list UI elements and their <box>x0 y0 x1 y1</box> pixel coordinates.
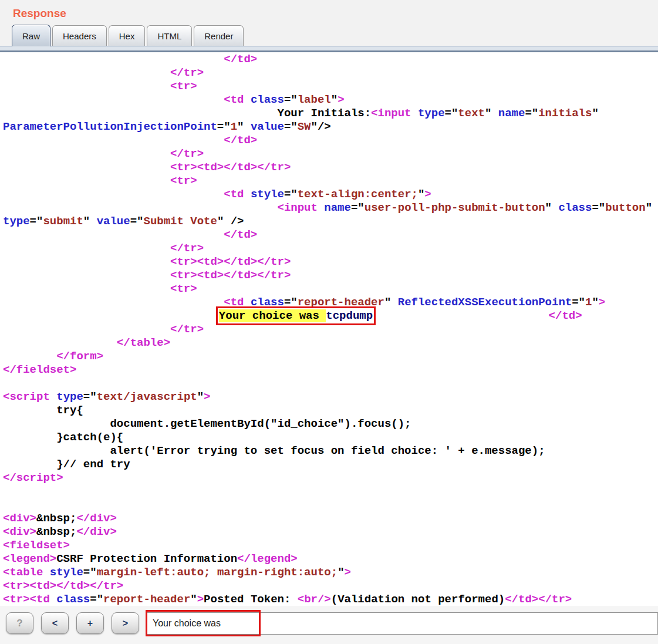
code-line: <fieldset> <box>3 539 658 552</box>
code-line: alert('Error trying to set focus on fiel… <box>3 444 658 458</box>
search-input[interactable] <box>147 612 658 635</box>
tab-hex[interactable]: Hex <box>109 25 146 46</box>
code-line: }// end try <box>3 458 658 471</box>
code-line: <script type="text/javascript"> <box>3 390 658 404</box>
code-line: document.getElementById("id_choice").foc… <box>3 417 658 431</box>
code-line <box>3 377 658 390</box>
next-match-button[interactable]: > <box>112 612 139 634</box>
code-line: <div>&nbsp;</div> <box>3 525 658 539</box>
code-line: </fieldset> <box>3 363 658 377</box>
code-line: </td> <box>3 53 658 66</box>
code-line: <tr> <box>3 80 658 93</box>
code-line <box>3 485 658 498</box>
code-line: <tr> <box>3 282 658 296</box>
code-line: </td> <box>3 134 658 147</box>
code-line: Your choice was tcpdump </td> <box>3 309 658 323</box>
code-line: </tr> <box>3 66 658 80</box>
code-line: <tr><td></td></tr> <box>3 161 658 174</box>
code-line: <tr><td></td></tr> <box>3 255 658 269</box>
code-line: <table style="margin-left:auto; margin-r… <box>3 566 658 579</box>
code-line: <td style="text-align:center;"> <box>3 188 658 201</box>
code-line: <div>&nbsp;</div> <box>3 512 658 525</box>
help-button[interactable]: ? <box>6 612 33 634</box>
code-line: </script> <box>3 471 658 485</box>
code-line: </tr> <box>3 242 658 255</box>
code-line: <tr><td class="report-header">Posted Tok… <box>3 593 658 606</box>
code-line: </td> <box>3 228 658 242</box>
code-annotation-box: Your choice was tcpdump <box>216 306 376 325</box>
tab-bar: RawHeadersHexHTMLRender <box>0 23 658 46</box>
code-line: <tr><td></td></tr> <box>3 579 658 593</box>
search-bar: ?<+> <box>0 606 658 644</box>
tab-raw[interactable]: Raw <box>12 25 50 46</box>
code-line <box>3 498 658 512</box>
code-line: <legend>CSRF Protection Information</leg… <box>3 552 658 566</box>
previous-match-button[interactable]: < <box>41 612 69 634</box>
code-line: </table> <box>3 336 658 350</box>
tab-html[interactable]: HTML <box>147 25 192 46</box>
code-line: </form> <box>3 350 658 363</box>
tab-render[interactable]: Render <box>194 25 244 46</box>
code-line: type="submit" value="Submit Vote" /> <box>3 215 658 228</box>
code-line: }catch(e){ <box>3 431 658 444</box>
code-line: Your Initials:<input type="text" name="i… <box>3 107 658 120</box>
code-line: ParameterPollutionInjectionPoint="1" val… <box>3 120 658 134</box>
code-line: <td class="label"> <box>3 93 658 107</box>
search-field-wrap <box>147 612 658 635</box>
code-line: </tr> <box>3 147 658 161</box>
panel-title: Response <box>0 0 658 23</box>
code-line: <tr> <box>3 174 658 188</box>
tab-headers[interactable]: Headers <box>52 25 107 46</box>
response-body[interactable]: </td> </tr> <tr> <td class="label"> Your… <box>0 52 658 606</box>
code-line: try{ <box>3 404 658 417</box>
tab-strip <box>0 46 658 52</box>
response-panel: Response RawHeadersHexHTMLRender </td> <… <box>0 0 658 644</box>
code-line: <input name="user-poll-php-submit-button… <box>3 201 658 215</box>
add-match-button[interactable]: + <box>76 612 104 634</box>
code-line: <tr><td></td></tr> <box>3 269 658 282</box>
